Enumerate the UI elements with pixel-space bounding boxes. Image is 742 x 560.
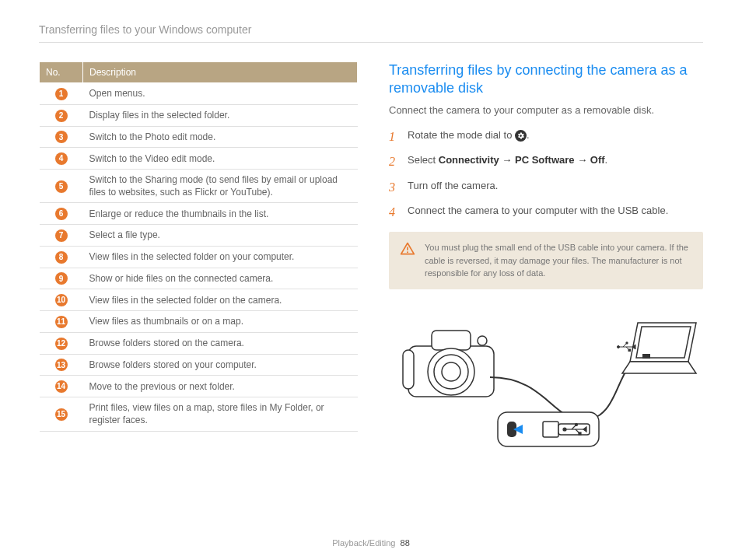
- table-row: 6Enlarge or reduce the thumbnails in the…: [40, 203, 358, 225]
- desc-cell: Switch to the Sharing mode (to send file…: [83, 170, 358, 203]
- step: 3 Turn off the camera.: [389, 179, 703, 196]
- page-header: Transferring files to your Windows compu…: [39, 23, 703, 36]
- table-row: 14Move to the previous or next folder.: [40, 376, 358, 397]
- step-text: .: [605, 154, 608, 166]
- num-badge: 10: [55, 294, 68, 306]
- svg-rect-3: [432, 331, 471, 350]
- table-row: 15Print files, view files on a map, stor…: [40, 397, 358, 431]
- desc-cell: Browse folders stored on your computer.: [83, 354, 358, 376]
- num-badge: 15: [55, 408, 68, 421]
- svg-point-14: [563, 428, 566, 431]
- step-text: Turn off the camera.: [408, 179, 498, 193]
- num-badge: 9: [55, 272, 68, 285]
- table-row: 12Browse folders stored on the camera.: [40, 332, 358, 354]
- num-badge: 2: [55, 110, 68, 122]
- table-row: 9Show or hide files on the connected cam…: [40, 268, 358, 289]
- num-badge: 4: [55, 152, 68, 165]
- table-row: 8View files in the selected folder on yo…: [40, 246, 358, 268]
- step-text: Connect the camera to your computer with…: [408, 204, 668, 218]
- table-row: 4Switch to the Video edit mode.: [40, 148, 358, 170]
- num-badge: 14: [55, 380, 68, 393]
- svg-rect-12: [543, 422, 558, 437]
- desc-cell: View files in the selected folder on the…: [83, 289, 358, 311]
- divider: [39, 42, 703, 43]
- desc-cell: Select a file type.: [83, 225, 358, 247]
- desc-cell: Switch to the Photo edit mode.: [83, 126, 358, 148]
- svg-point-8: [478, 336, 487, 345]
- svg-rect-9: [642, 354, 650, 359]
- desc-cell: Enlarge or reduce the thumbnails in the …: [83, 203, 358, 225]
- desc-cell: Switch to the Video edit mode.: [83, 148, 358, 170]
- step-bold: Connectivity → PC Software → Off: [439, 154, 605, 166]
- footer: Playback/Editing 88: [0, 538, 742, 548]
- table-row: 13Browse folders stored on your computer…: [40, 354, 358, 376]
- desc-cell: Move to the previous or next folder.: [83, 376, 358, 397]
- connection-illustration: [389, 303, 703, 451]
- desc-cell: Show or hide files on the connected came…: [83, 268, 358, 289]
- num-badge: 8: [55, 251, 68, 264]
- warning-icon: [400, 241, 415, 260]
- footer-section: Playback/Editing: [332, 538, 395, 548]
- num-badge: 7: [55, 229, 68, 242]
- step-text: .: [527, 129, 530, 141]
- col-no: No.: [40, 62, 83, 83]
- table-row: 3Switch to the Photo edit mode.: [40, 126, 358, 148]
- step-number: 1: [389, 128, 400, 145]
- desc-cell: Display files in the selected folder.: [83, 104, 358, 126]
- step-text: Select: [408, 154, 439, 166]
- step: 1 Rotate the mode dial to .: [389, 128, 703, 145]
- col-desc: Description: [83, 62, 358, 83]
- svg-point-16: [576, 423, 578, 425]
- section-title: Transferring files by connecting the cam…: [389, 61, 703, 98]
- table-row: 1Open menus.: [40, 83, 358, 105]
- table-row: 2Display files in the selected folder.: [40, 104, 358, 126]
- desc-cell: Browse folders stored on the camera.: [83, 332, 358, 354]
- svg-point-1: [407, 252, 408, 254]
- steps-list: 1 Rotate the mode dial to . 2 Select Con…: [389, 128, 703, 222]
- step: 4 Connect the camera to your computer wi…: [389, 204, 703, 221]
- num-badge: 13: [55, 359, 68, 371]
- svg-rect-7: [403, 350, 414, 389]
- table-row: 10View files in the selected folder on t…: [40, 289, 358, 311]
- gear-icon: [515, 130, 527, 142]
- warning-callout: You must plug the small end of the USB c…: [389, 232, 703, 289]
- table-row: 5Switch to the Sharing mode (to send fil…: [40, 170, 358, 203]
- step-number: 4: [389, 204, 400, 221]
- num-badge: 11: [55, 316, 68, 328]
- table-row: 11View files as thumbnails or on a map.: [40, 311, 358, 333]
- num-badge: 12: [55, 338, 68, 350]
- num-badge: 6: [55, 208, 68, 220]
- desc-cell: View files in the selected folder on you…: [83, 246, 358, 268]
- svg-point-20: [626, 342, 628, 344]
- desc-cell: Open menus.: [83, 83, 358, 105]
- section-lead: Connect the camera to your computer as a…: [389, 104, 703, 116]
- num-badge: 1: [55, 88, 68, 100]
- page-number: 88: [401, 538, 410, 548]
- step-number: 2: [389, 153, 400, 170]
- num-badge: 3: [55, 131, 68, 143]
- description-table: No. Description 1Open menus. 2Display fi…: [39, 61, 358, 432]
- desc-cell: View files as thumbnails or on a map.: [83, 311, 358, 333]
- svg-rect-17: [579, 432, 581, 435]
- svg-point-6: [442, 362, 460, 381]
- svg-rect-21: [628, 349, 631, 352]
- table-row: 7Select a file type.: [40, 225, 358, 247]
- desc-cell: Print files, view files on a map, store …: [83, 397, 358, 431]
- step-number: 3: [389, 179, 400, 196]
- warning-text: You must plug the small end of the USB c…: [425, 241, 692, 280]
- num-badge: 5: [55, 180, 68, 193]
- step: 2 Select Connectivity → PC Software → Of…: [389, 153, 703, 170]
- step-text: Rotate the mode dial to: [408, 129, 515, 141]
